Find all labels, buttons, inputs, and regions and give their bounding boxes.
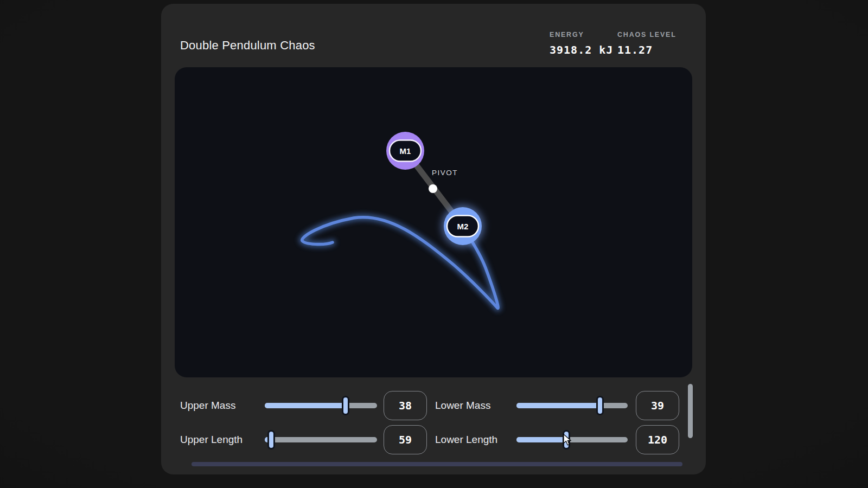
- upper-length-slider[interactable]: [265, 425, 377, 454]
- upper-mass-label: Upper Mass: [180, 391, 235, 420]
- slider-fill: [516, 437, 566, 442]
- control-lower-length: Lower Length 120: [435, 425, 679, 454]
- slider-fill: [265, 403, 346, 408]
- upper-length-label: Upper Length: [180, 425, 242, 454]
- mass-m1[interactable]: M1: [386, 132, 424, 170]
- slider-fill: [516, 403, 600, 408]
- lower-mass-label: Lower Mass: [435, 391, 490, 420]
- pivot-dot: [429, 184, 437, 193]
- slider-thumb[interactable]: [596, 396, 604, 415]
- chaos-value: 11.27: [617, 43, 676, 56]
- lower-length-value[interactable]: 120: [636, 425, 679, 454]
- upper-mass-slider[interactable]: [265, 391, 377, 420]
- mass-m2[interactable]: M2: [444, 207, 482, 245]
- app-card: Double Pendulum Chaos ENERGY 3918.2 kJ C…: [161, 4, 706, 474]
- m1-label: M1: [400, 146, 411, 156]
- control-lower-mass: Lower Mass 39: [435, 391, 679, 420]
- slider-track[interactable]: [265, 437, 377, 442]
- upper-mass-value[interactable]: 38: [384, 391, 427, 420]
- slider-thumb[interactable]: [342, 396, 349, 415]
- lower-mass-slider[interactable]: [516, 391, 628, 420]
- energy-value: 3918.2 kJ: [550, 43, 613, 56]
- horizontal-scrollbar[interactable]: [192, 462, 682, 466]
- control-upper-mass: Upper Mass 38: [180, 391, 427, 420]
- lower-mass-value[interactable]: 39: [636, 391, 679, 420]
- control-upper-length: Upper Length 59: [180, 425, 427, 454]
- page-title: Double Pendulum Chaos: [180, 38, 315, 53]
- slider-thumb[interactable]: [267, 430, 275, 450]
- energy-label: ENERGY: [550, 31, 613, 38]
- pivot-label: PIVOT: [432, 169, 458, 177]
- vertical-scrollbar[interactable]: [688, 384, 693, 438]
- mouse-cursor-icon: [563, 434, 573, 447]
- upper-length-value[interactable]: 59: [384, 425, 427, 454]
- chaos-stat: CHAOS LEVEL 11.27: [617, 31, 676, 56]
- m2-label: M2: [457, 222, 469, 231]
- pendulum-visualization: PIVOT M1 M2: [175, 67, 692, 377]
- chaos-label: CHAOS LEVEL: [617, 31, 676, 38]
- lower-length-label: Lower Length: [435, 425, 497, 454]
- simulation-canvas[interactable]: PIVOT M1 M2: [175, 67, 692, 377]
- energy-stat: ENERGY 3918.2 kJ: [550, 31, 613, 56]
